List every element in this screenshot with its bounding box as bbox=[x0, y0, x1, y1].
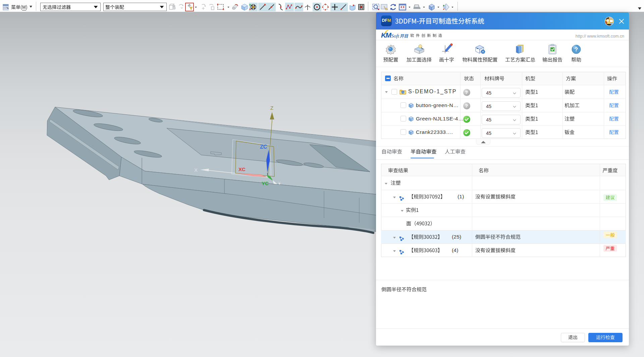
svg-text:X: X bbox=[194, 167, 198, 173]
svg-text:XC: XC bbox=[238, 166, 246, 172]
svg-text:YC: YC bbox=[262, 181, 269, 186]
svg-text:ZC: ZC bbox=[260, 144, 267, 150]
svg-text:Y: Y bbox=[278, 181, 281, 186]
svg-text:?: ? bbox=[575, 46, 578, 53]
svg-text:Z: Z bbox=[270, 105, 273, 111]
